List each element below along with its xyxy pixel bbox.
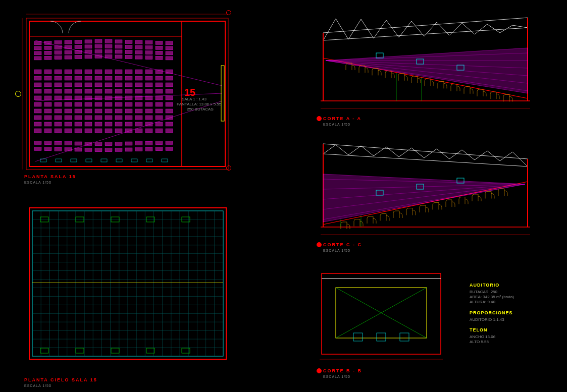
svg-rect-156 (125, 96, 132, 100)
svg-rect-197 (156, 46, 163, 49)
svg-rect-214 (166, 51, 173, 55)
svg-rect-34 (44, 141, 51, 145)
svg-rect-65 (65, 129, 72, 133)
svg-rect-91 (85, 89, 92, 93)
svg-rect-22 (44, 51, 51, 54)
svg-rect-201 (156, 76, 163, 80)
svg-rect-169 (135, 76, 142, 80)
svg-rect-200 (156, 70, 163, 74)
svg-rect-10 (34, 83, 41, 87)
svg-rect-239 (116, 159, 122, 162)
svg-rect-207 (156, 116, 163, 120)
svg-rect-99 (85, 148, 92, 151)
svg-rect-184 (145, 70, 152, 74)
svg-rect-112 (95, 122, 102, 126)
svg-rect-142 (115, 109, 122, 113)
svg-rect-95 (85, 116, 92, 120)
roof-truss (323, 18, 528, 40)
svg-rect-71 (75, 55, 82, 59)
svg-rect-67 (65, 148, 72, 151)
svg-rect-123 (105, 89, 112, 93)
svg-rect-58 (65, 83, 72, 87)
svg-rect-131 (105, 148, 112, 152)
svg-line-317 (323, 154, 528, 166)
svg-rect-198 (156, 51, 163, 54)
room-note1: SALA 1 : 1.43 (182, 97, 207, 102)
svg-rect-51 (55, 147, 62, 151)
svg-rect-39 (55, 56, 62, 60)
svg-rect-102 (95, 49, 102, 53)
info-header-proporciones: PROPORCIONES (470, 310, 555, 316)
svg-rect-64 (65, 122, 72, 126)
svg-rect-43 (55, 89, 62, 93)
svg-rect-23 (44, 56, 51, 60)
corte-a-view (316, 13, 533, 114)
svg-rect-242 (162, 159, 168, 162)
plan-sala-title: PLANTA SALA 15 (24, 174, 76, 179)
svg-rect-88 (85, 70, 92, 74)
svg-rect-13 (34, 102, 41, 106)
info-telon-h: ALTO 5.55 (470, 340, 555, 345)
svg-rect-62 (65, 109, 72, 113)
svg-rect-74 (75, 83, 82, 87)
svg-rect-211 (156, 147, 163, 151)
svg-rect-86 (85, 50, 92, 53)
svg-rect-108 (95, 96, 102, 100)
svg-rect-84 (85, 40, 92, 43)
svg-rect-109 (95, 102, 102, 106)
svg-rect-61 (65, 102, 72, 106)
svg-rect-185 (145, 76, 152, 80)
svg-rect-235 (56, 159, 62, 162)
svg-rect-203 (156, 89, 163, 93)
svg-rect-213 (166, 46, 173, 50)
svg-rect-159 (125, 116, 132, 120)
svg-rect-18 (34, 141, 41, 144)
svg-rect-220 (166, 96, 173, 100)
svg-rect-168 (135, 70, 142, 74)
svg-rect-106 (95, 83, 102, 87)
svg-rect-171 (135, 89, 142, 93)
svg-rect-221 (166, 102, 173, 106)
svg-rect-340 (377, 333, 386, 341)
section-marker-a-top (226, 10, 231, 15)
svg-rect-82 (75, 142, 82, 145)
svg-rect-80 (75, 122, 82, 126)
svg-rect-139 (115, 89, 122, 93)
svg-rect-226 (166, 141, 173, 144)
svg-rect-193 (145, 129, 152, 133)
svg-rect-165 (135, 45, 142, 49)
svg-rect-225 (166, 129, 173, 133)
svg-rect-206 (156, 109, 163, 113)
svg-rect-113 (95, 129, 102, 133)
svg-rect-153 (125, 76, 132, 80)
svg-rect-48 (55, 122, 62, 126)
svg-rect-92 (85, 96, 92, 100)
svg-rect-339 (353, 333, 363, 341)
svg-rect-128 (105, 122, 112, 126)
svg-rect-105 (95, 76, 102, 80)
svg-rect-144 (115, 122, 122, 126)
svg-rect-183 (145, 56, 152, 60)
svg-rect-164 (135, 40, 142, 44)
svg-rect-89 (85, 76, 92, 80)
svg-rect-117 (105, 44, 112, 48)
svg-rect-186 (145, 83, 152, 87)
svg-rect-132 (115, 40, 122, 43)
svg-rect-181 (145, 46, 152, 49)
svg-rect-5 (34, 46, 41, 50)
corte-a-svg (316, 13, 533, 114)
diffusers (40, 217, 190, 353)
plan-cielo-scale: ESCALA 1/50 (24, 384, 51, 387)
svg-rect-170 (135, 83, 142, 87)
svg-rect-167 (135, 55, 142, 59)
svg-rect-56 (65, 70, 72, 74)
corte-a-scale: ESCALA 1/50 (323, 123, 350, 126)
info-area: AREA: 342.35 m² (bruta) (470, 295, 555, 300)
svg-rect-15 (34, 116, 41, 120)
svg-rect-209 (156, 129, 163, 133)
info-telon-w: ANCHO 13.06 (470, 334, 555, 340)
svg-rect-240 (131, 159, 137, 162)
svg-rect-155 (125, 89, 132, 93)
svg-rect-236 (71, 159, 77, 162)
svg-rect-127 (105, 116, 112, 120)
